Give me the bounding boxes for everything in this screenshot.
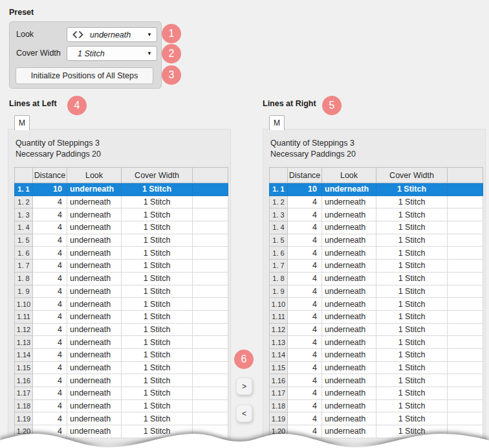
cell-distance: 4	[288, 208, 322, 221]
table-row[interactable]: 1.104underneath1 Stitch	[15, 298, 228, 311]
callout-badge-4: 4	[67, 96, 87, 115]
cell-id: 1.14	[15, 348, 33, 361]
copy-to-right-button[interactable]: >	[236, 377, 252, 395]
table-row[interactable]: 1.144underneath1 Stitch	[15, 348, 228, 361]
cell-id: 1. 2	[270, 196, 288, 208]
table-row[interactable]: 1. 24underneath1 Stitch	[15, 196, 228, 208]
cell-distance: 4	[33, 348, 67, 361]
cell-distance: 4	[288, 374, 322, 387]
cell-id: 1. 6	[15, 247, 33, 260]
cell-distance: 4	[33, 298, 67, 311]
cell-look: underneath	[322, 310, 376, 323]
table-row[interactable]: 1. 84underneath1 Stitch	[270, 272, 483, 285]
table-row[interactable]: 1. 34underneath1 Stitch	[270, 208, 483, 221]
table-row[interactable]: 1. 74underneath1 Stitch	[15, 260, 228, 273]
cell-cover_width: 1 Stitch	[122, 298, 193, 311]
cell-blank	[193, 412, 228, 425]
copy-to-left-button[interactable]: <	[236, 405, 252, 422]
col-extra	[193, 168, 228, 183]
cell-id: 1.20	[270, 425, 288, 438]
cell-blank	[448, 399, 483, 412]
table-row[interactable]: 1.124underneath1 Stitch	[15, 323, 228, 336]
table-row[interactable]: 1. 94underneath1 Stitch	[270, 285, 483, 298]
table-row[interactable]: 1. 54underneath1 Stitch	[270, 234, 483, 247]
cell-id: 1.17	[15, 387, 33, 400]
table-row[interactable]: 1. 34underneath1 Stitch	[15, 208, 228, 221]
table-row[interactable]: 1. 110underneath1 Stitch	[270, 183, 483, 196]
cell-blank	[448, 208, 483, 221]
cell-look: underneath	[67, 196, 122, 208]
table-row[interactable]: 1.174underneath1 Stitch	[270, 387, 483, 400]
cell-distance: 4	[288, 425, 322, 438]
table-row[interactable]: 1.114underneath1 Stitch	[15, 310, 228, 323]
table-row[interactable]: 1.194underneath1 Stitch	[15, 412, 228, 425]
cell-distance: 4	[33, 412, 67, 425]
table-row[interactable]: 1.204underneath1 Stitch	[270, 425, 483, 438]
cell-id: 1.11	[270, 310, 288, 323]
table-row[interactable]: 1.154underneath1 Stitch	[15, 361, 228, 374]
cell-distance: 4	[288, 310, 322, 323]
cell-cover_width: 1 Stitch	[376, 310, 448, 323]
cell-look: underneath	[322, 387, 376, 400]
cell-id: 1. 6	[270, 247, 288, 260]
cell-cover_width: 1 Stitch	[376, 336, 448, 349]
cell-blank	[193, 234, 228, 247]
cell-blank	[193, 298, 228, 311]
table-row[interactable]: 1. 110underneath1 Stitch	[15, 183, 228, 196]
table-row[interactable]: 1.134underneath1 Stitch	[270, 336, 483, 349]
cell-cover_width: 1 Stitch	[122, 234, 193, 247]
cell-look: underneath	[67, 208, 122, 221]
cell-distance: 4	[288, 247, 322, 260]
table-row[interactable]: 1.144underneath1 Stitch	[270, 348, 483, 361]
table-row[interactable]: 1. 44underneath1 Stitch	[270, 221, 483, 234]
lines-at-right-title: Lines at Right	[263, 99, 316, 108]
cell-distance: 4	[288, 221, 322, 234]
tab-m-right[interactable]: M	[269, 115, 285, 130]
col-distance: Distance	[33, 168, 67, 183]
table-row[interactable]: 1. 24underneath1 Stitch	[270, 196, 483, 208]
cell-id: 1. 4	[270, 221, 288, 234]
initialize-positions-button[interactable]: Initialize Positions of All Steps	[16, 67, 153, 84]
look-dropdown[interactable]: underneath ▼	[67, 27, 157, 42]
cover-width-dropdown[interactable]: 1 Stitch ▼	[67, 46, 157, 61]
cell-cover_width: 1 Stitch	[122, 387, 193, 400]
cell-id: 1.15	[15, 361, 33, 374]
table-row[interactable]: 1. 84underneath1 Stitch	[15, 272, 228, 285]
table-row[interactable]: 1.174underneath1 Stitch	[15, 387, 228, 400]
table-row[interactable]: 1.114underneath1 Stitch	[270, 310, 483, 323]
table-row[interactable]: 1. 44underneath1 Stitch	[15, 221, 228, 234]
table-row[interactable]: 1.204underneath1 Stitch	[15, 425, 228, 438]
cell-look: underneath	[67, 221, 122, 234]
cell-distance: 10	[288, 183, 322, 196]
cell-cover_width: 1 Stitch	[376, 399, 448, 412]
cell-id: 1.11	[15, 310, 33, 323]
cell-distance: 4	[33, 221, 67, 234]
cell-look: underneath	[67, 323, 122, 336]
cell-blank	[448, 374, 483, 387]
cell-look: underneath	[322, 234, 376, 247]
cover-width-label: Cover Width	[16, 46, 61, 61]
table-row[interactable]: 1. 54underneath1 Stitch	[15, 234, 228, 247]
table-row[interactable]: 1. 94underneath1 Stitch	[15, 285, 228, 298]
cell-cover_width: 1 Stitch	[376, 361, 448, 374]
cell-cover_width: 1 Stitch	[122, 247, 193, 260]
table-row[interactable]: 1. 74underneath1 Stitch	[270, 260, 483, 273]
table-row[interactable]: 1.124underneath1 Stitch	[270, 323, 483, 336]
table-row[interactable]: 1.164underneath1 Stitch	[270, 374, 483, 387]
table-row[interactable]: 1.104underneath1 Stitch	[270, 298, 483, 311]
cell-cover_width: 1 Stitch	[376, 183, 448, 196]
tab-m-left[interactable]: M	[14, 115, 30, 130]
cell-distance: 4	[33, 234, 67, 247]
table-row[interactable]: 1. 64underneath1 Stitch	[270, 247, 483, 260]
table-row[interactable]: 1.184underneath1 Stitch	[270, 399, 483, 412]
callout-badge-5: 5	[322, 96, 342, 115]
table-row[interactable]: 1.134underneath1 Stitch	[15, 336, 228, 349]
table-row[interactable]: 1. 64underneath1 Stitch	[15, 247, 228, 260]
table-row[interactable]: 1.194underneath1 Stitch	[270, 412, 483, 425]
table-row[interactable]: 1.164underneath1 Stitch	[15, 374, 228, 387]
cell-cover_width: 1 Stitch	[122, 272, 193, 285]
table-row[interactable]: 1.184underneath1 Stitch	[15, 399, 228, 412]
panel-info: Quantity of Steppings 3 Necessary Paddin…	[16, 138, 101, 160]
table-header-row: Distance Look Cover Width	[15, 168, 228, 183]
table-row[interactable]: 1.154underneath1 Stitch	[270, 361, 483, 374]
